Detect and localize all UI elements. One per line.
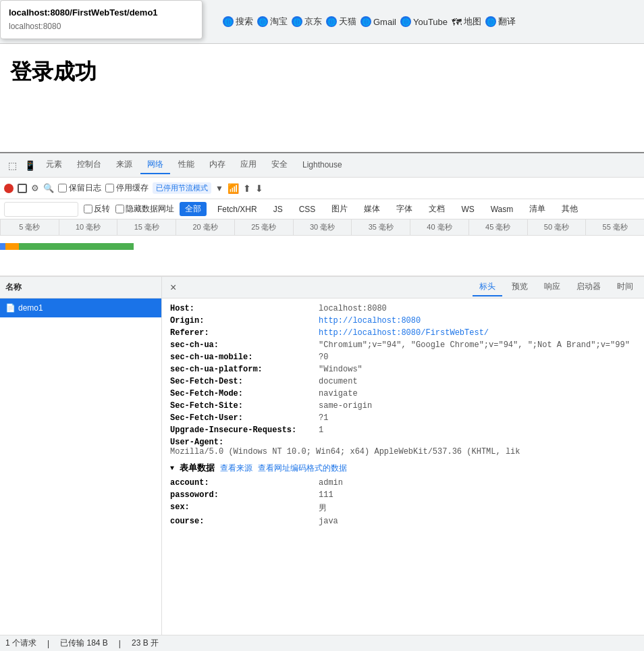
timeline-waterfall	[0, 236, 644, 276]
header-sec-fetch-site: Sec-Fetch-Site: same-origin	[170, 401, 636, 411]
header-referer-link[interactable]: http://localhost:8080/FirstWebTest/	[319, 328, 489, 338]
tab-network[interactable]: 网络	[140, 156, 170, 174]
filter-js-button[interactable]: JS	[268, 203, 288, 215]
ruler-tick-7: 40 毫秒	[410, 219, 468, 235]
header-upgrade: Upgrade-Insecure-Requests: 1	[170, 425, 636, 435]
url-tooltip: localhost:8080/FirstWebTest/demo1 localh…	[0, 0, 203, 39]
filter-other-button[interactable]: 其他	[556, 202, 583, 216]
form-sex-name: sex:	[170, 502, 319, 514]
file-item-demo1[interactable]: 📄 demo1	[0, 298, 161, 317]
close-detail-button[interactable]: ×	[166, 282, 180, 294]
status-transferred: 已传输 184 B	[60, 637, 108, 649]
detail-tab-initiator[interactable]: 启动器	[570, 278, 608, 296]
preserve-log-checkbox[interactable]	[58, 184, 67, 192]
file-list-header: 名称	[0, 277, 161, 298]
nav-tianmao[interactable]: 🌐 天猫	[326, 16, 356, 28]
filter-bar: 反转 隐藏数据网址 全部 Fetch/XHR JS CSS 图片 媒体 字体 文…	[0, 199, 644, 219]
tab-console[interactable]: 控制台	[70, 156, 108, 174]
download-icon[interactable]: ⬇	[255, 183, 263, 194]
detail-tab-response[interactable]: 响应	[537, 278, 567, 296]
filter-wasm-button[interactable]: Wasm	[485, 203, 519, 215]
tab-application[interactable]: 应用	[234, 156, 263, 174]
form-data-section-header: ▼ 表单数据 查看来源 查看网址编码格式的数据	[170, 462, 636, 474]
browser-top-bar: localhost:8080/FirstWebTest/demo1 localh…	[0, 0, 644, 44]
stream-mode-badge: 已停用节流模式	[153, 182, 211, 194]
hide-data-url-label[interactable]: 隐藏数据网址	[115, 203, 174, 215]
detail-tab-preview[interactable]: 预览	[505, 278, 535, 296]
filter-doc-button[interactable]: 文档	[423, 202, 450, 216]
filter-css-button[interactable]: CSS	[294, 203, 321, 215]
filter-ws-button[interactable]: WS	[456, 203, 479, 215]
ruler-tick-0: 5 毫秒	[0, 219, 59, 235]
search-icon[interactable]: 🔍	[43, 183, 54, 193]
tab-sources[interactable]: 来源	[109, 156, 139, 174]
form-sex-value: 男	[319, 502, 327, 514]
filter-input[interactable]	[4, 202, 78, 217]
form-account-name: account:	[170, 478, 319, 488]
filter-manifest-button[interactable]: 清单	[524, 202, 551, 216]
nav-translate[interactable]: 🌐 翻译	[485, 16, 516, 28]
disable-cache-checkbox[interactable]	[105, 184, 114, 192]
ruler-tick-6: 35 毫秒	[351, 219, 410, 235]
ruler-tick-8: 45 毫秒	[468, 219, 527, 235]
disable-cache-label[interactable]: 停用缓存	[105, 182, 149, 194]
tab-elements[interactable]: 元素	[39, 156, 69, 174]
form-password-value: 111	[319, 490, 333, 500]
form-course-name: course:	[170, 517, 319, 526]
wifi-icon: 📶	[227, 183, 239, 194]
view-source-link[interactable]: 查看来源	[220, 463, 252, 474]
filter-font-button[interactable]: 字体	[391, 202, 418, 216]
devtools-inspect-icon[interactable]: ⬚	[4, 157, 20, 174]
filter-icon[interactable]: ⚙	[31, 183, 39, 193]
timeline-ruler: 5 毫秒 10 毫秒 15 毫秒 20 毫秒 25 毫秒 30 毫秒 35 毫秒…	[0, 219, 644, 236]
status-size: 23 B 开	[132, 637, 159, 649]
status-requests: 1 个请求	[5, 637, 36, 649]
devtools-device-icon[interactable]: 📱	[22, 157, 38, 174]
nav-taobao[interactable]: 🌐 淘宝	[257, 16, 288, 28]
view-url-encoded-link[interactable]: 查看网址编码格式的数据	[258, 463, 347, 474]
status-bar: 1 个请求 | 已传输 184 B | 23 B 开	[0, 635, 644, 651]
header-referer-value: http://localhost:8080/FirstWebTest/	[319, 328, 489, 338]
throttle-dropdown-icon[interactable]: ▼	[215, 184, 223, 193]
header-sec-fetch-mode-value: navigate	[319, 389, 358, 398]
filter-all-button[interactable]: 全部	[180, 202, 207, 216]
form-sex: sex: 男	[170, 502, 636, 514]
filter-fetch-xhr-button[interactable]: Fetch/XHR	[212, 203, 263, 215]
nav-youtube[interactable]: 🌐 YouTube	[400, 16, 448, 27]
globe-icon-tianmao: 🌐	[326, 16, 337, 27]
upload-icon[interactable]: ⬆	[243, 183, 251, 194]
detail-tab-timing[interactable]: 时间	[610, 278, 640, 296]
filter-media-button[interactable]: 媒体	[358, 202, 385, 216]
nav-search-label: 搜索	[236, 16, 253, 28]
ruler-tick-3: 20 毫秒	[176, 219, 234, 235]
record-button[interactable]	[4, 184, 14, 193]
nav-map[interactable]: 🗺 地图	[452, 16, 481, 28]
filter-img-button[interactable]: 图片	[326, 202, 353, 216]
header-origin-link[interactable]: http://localhost:8080	[319, 316, 421, 326]
form-course-value: java	[319, 517, 338, 526]
network-toolbar: ⚙ 🔍 保留日志 停用缓存 已停用节流模式 ▼ 📶 ⬆ ⬇	[0, 178, 644, 199]
nav-search[interactable]: 🌐 搜索	[223, 16, 253, 28]
tab-memory[interactable]: 内存	[203, 156, 232, 174]
form-data-label: 表单数据	[180, 462, 215, 474]
stop-button[interactable]	[18, 184, 27, 193]
nav-taobao-label: 淘宝	[270, 16, 288, 28]
nav-translate-label: 翻译	[498, 16, 516, 28]
tab-performance[interactable]: 性能	[171, 156, 201, 174]
nav-jd[interactable]: 🌐 京东	[292, 16, 322, 28]
detail-tab-headers[interactable]: 标头	[473, 278, 502, 296]
header-host-name: Host:	[170, 304, 319, 313]
globe-icon: 🌐	[223, 16, 234, 27]
devtools: ⬚ 📱 元素 控制台 来源 网络 性能 内存 应用 安全 Lighthouse …	[0, 152, 644, 651]
tab-lighthouse[interactable]: Lighthouse	[296, 157, 349, 174]
header-upgrade-name: Upgrade-Insecure-Requests:	[170, 425, 319, 435]
nav-gmail[interactable]: 🌐 Gmail	[360, 16, 396, 27]
invert-checkbox[interactable]	[84, 205, 92, 213]
file-icon: 📄	[5, 303, 16, 313]
hide-data-url-checkbox[interactable]	[115, 205, 124, 213]
invert-label[interactable]: 反转	[84, 203, 110, 215]
header-sec-ch-ua-value: "Chromium";v="94", "Google Chrome";v="94…	[319, 340, 630, 350]
nav-map-label: 地图	[464, 16, 481, 28]
tab-security[interactable]: 安全	[265, 156, 294, 174]
preserve-log-label[interactable]: 保留日志	[58, 182, 101, 194]
